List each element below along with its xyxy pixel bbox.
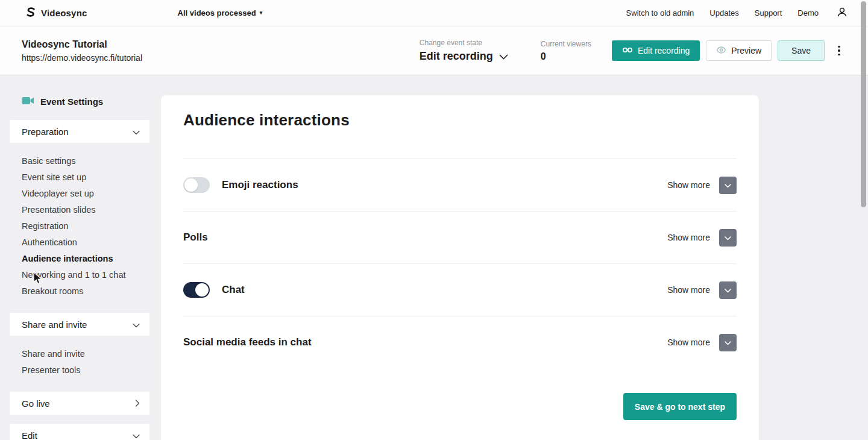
chevron-down-icon [133, 430, 140, 440]
main-area: Event Settings Preparation Basic setting… [0, 75, 868, 440]
current-viewers-count: 0 [541, 51, 591, 62]
chevron-down-icon [133, 127, 140, 137]
save-next-step-button[interactable]: Save & go to next step [623, 393, 737, 420]
share-and-invite-items: Share and invite Presenter tools [10, 336, 149, 392]
sidebar-item-basic-settings[interactable]: Basic settings [22, 153, 149, 169]
expand-row-button[interactable] [719, 334, 737, 351]
show-more-link[interactable]: Show more [667, 285, 710, 295]
nav-link-updates[interactable]: Updates [709, 8, 738, 17]
event-url[interactable]: https://demo.videosync.fi/tutorial [22, 53, 142, 63]
sidebar-item-networking-1to1-chat[interactable]: Networking and 1 to 1 chat [22, 267, 149, 283]
preview-label: Preview [731, 46, 761, 55]
save-button[interactable]: Save [778, 40, 825, 61]
sidebar-item-share-and-invite[interactable]: Share and invite [22, 346, 149, 362]
videosync-s-icon [24, 6, 36, 20]
sidebar-section-go-live[interactable]: Go live [10, 392, 149, 415]
expand-row-button[interactable] [719, 281, 737, 299]
sidebar-item-presenter-tools[interactable]: Presenter tools [22, 362, 149, 379]
sidebar-item-registration[interactable]: Registration [22, 218, 149, 234]
nav-link-switch-old-admin[interactable]: Switch to old admin [626, 8, 694, 17]
eye-icon [716, 46, 726, 55]
feature-label: Social media feeds in chat [183, 336, 312, 348]
feature-label: Chat [222, 284, 245, 296]
show-more-link[interactable]: Show more [667, 338, 710, 347]
chevron-down-icon [725, 286, 731, 295]
user-menu-button[interactable] [835, 5, 849, 21]
videos-processed-dropdown[interactable]: All videos processed ▾ [178, 8, 263, 17]
feature-label: Polls [183, 231, 208, 244]
sidebar-item-videoplayer-set-up[interactable]: Videoplayer set up [22, 186, 149, 202]
video-camera-icon [22, 96, 34, 107]
edit-recording-label: Edit recording [638, 46, 690, 55]
section-label: Edit [22, 430, 37, 440]
brand-name: Videosync [41, 8, 87, 18]
preview-button[interactable]: Preview [706, 40, 772, 61]
chevron-down-icon [499, 50, 508, 63]
show-more-link[interactable]: Show more [667, 233, 710, 242]
section-label: Preparation [22, 127, 69, 137]
nav-links: Switch to old admin Updates Support Demo [626, 8, 819, 17]
expand-row-button[interactable] [719, 177, 737, 194]
sidebar-heading: Event Settings [10, 96, 149, 107]
content-card: Audience interactions Emoji reactions Sh… [161, 95, 759, 440]
chevron-down-icon [725, 338, 731, 347]
current-viewers-label: Current viewers [541, 40, 591, 48]
card-footer: Save & go to next step [183, 393, 737, 420]
videos-processed-label: All videos processed [178, 8, 256, 17]
sidebar-heading-label: Event Settings [40, 96, 103, 107]
emoji-reactions-toggle[interactable] [183, 177, 210, 193]
event-state-dropdown[interactable]: Edit recording [420, 50, 508, 63]
sidebar-section-share-and-invite[interactable]: Share and invite [10, 313, 149, 336]
sidebar-item-presentation-slides[interactable]: Presentation slides [22, 202, 149, 218]
event-state-block: Change event state Edit recording [420, 39, 508, 63]
sidebar: Event Settings Preparation Basic setting… [10, 75, 149, 440]
sidebar-item-breakout-rooms[interactable]: Breakout rooms [22, 283, 149, 300]
current-viewers-block: Current viewers 0 [541, 40, 591, 62]
record-loop-icon [622, 46, 633, 55]
edit-recording-button[interactable]: Edit recording [612, 40, 700, 61]
event-header: Videosync Tutorial https://demo.videosyn… [0, 27, 868, 75]
show-more-link[interactable]: Show more [667, 180, 710, 190]
feature-label: Emoji reactions [222, 179, 298, 191]
event-title: Videosync Tutorial [22, 39, 142, 50]
feature-row-social-media-feeds: Social media feeds in chat Show more [183, 316, 737, 368]
nav-link-support[interactable]: Support [755, 8, 782, 17]
vertical-scrollbar[interactable] [861, 1, 866, 207]
page-title: Audience interactions [183, 111, 737, 130]
event-state-value: Edit recording [420, 50, 493, 63]
brand-logo[interactable]: Videosync [24, 6, 87, 20]
save-label: Save [791, 46, 811, 55]
nav-link-demo[interactable]: Demo [797, 8, 819, 17]
chevron-right-icon [135, 398, 140, 409]
chevron-down-icon [133, 319, 140, 330]
feature-row-chat: Chat Show more [183, 263, 737, 316]
chat-toggle[interactable] [183, 282, 210, 298]
feature-row-emoji-reactions: Emoji reactions Show more [183, 159, 737, 211]
feature-row-polls: Polls Show more [183, 211, 737, 263]
kebab-menu-button[interactable] [833, 40, 845, 61]
chevron-down-icon [725, 233, 731, 242]
sidebar-item-authentication[interactable]: Authentication [22, 234, 149, 251]
sidebar-section-edit[interactable]: Edit [10, 424, 149, 440]
user-icon [835, 5, 849, 21]
expand-row-button[interactable] [719, 229, 737, 247]
sidebar-item-event-site-set-up[interactable]: Event site set up [22, 169, 149, 186]
preparation-items: Basic settings Event site set up Videopl… [10, 143, 149, 313]
section-label: Go live [22, 398, 50, 409]
sidebar-item-audience-interactions[interactable]: Audience interactions [22, 251, 149, 267]
event-state-label: Change event state [420, 39, 508, 47]
section-label: Share and invite [22, 319, 87, 330]
event-title-block: Videosync Tutorial https://demo.videosyn… [22, 39, 142, 63]
event-header-actions: Change event state Edit recording Curren… [420, 39, 845, 63]
caret-down-icon: ▾ [260, 10, 263, 16]
sidebar-section-preparation[interactable]: Preparation [10, 120, 149, 143]
chevron-down-icon [725, 181, 731, 190]
top-navbar: Videosync All videos processed ▾ Switch … [0, 0, 868, 27]
